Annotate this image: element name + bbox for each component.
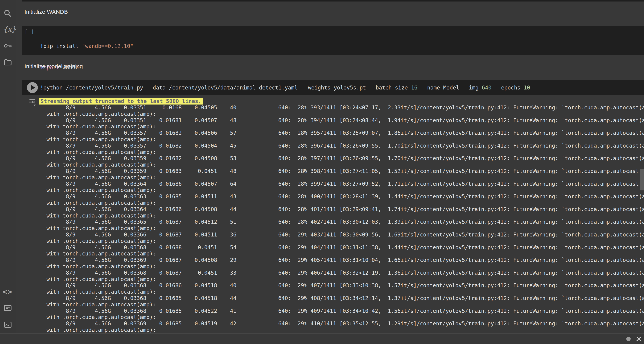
search-icon[interactable] [3,9,12,18]
secrets-key-icon[interactable] [3,41,12,50]
run-cell-button[interactable] [27,82,38,93]
output-log: 8/9 4.56G 0.03351 0.0168 0.04505 40 640:… [40,105,644,333]
output-footer-bar [0,333,644,344]
code-token: --weights yolov5s.pt --batch-size [298,85,411,91]
code-cell-wandb[interactable]: [ ] !pip install "wandb==0.12.10" import… [22,26,644,55]
status-indicator-dot [626,337,631,341]
terminal-icon[interactable] [3,320,12,329]
code-token: ! [40,43,43,49]
files-folder-icon[interactable] [3,58,12,67]
vertical-scrollbar-thumb[interactable] [640,169,644,190]
cell-run-gutter[interactable]: [ ] [24,29,34,35]
markdown-title-wandb: Initialize WANDB [24,9,68,15]
code-token: 10 [524,85,530,91]
code-line: !pip install "wandb==0.12.10" [40,43,134,50]
code-token: ! [40,85,43,91]
train-command-line[interactable]: !python /content/yolov5/train.py --data … [40,84,530,91]
previous-cell-edge [22,0,644,1]
code-token: python [43,85,66,91]
activity-sidebar: {x} <> [0,0,16,333]
markdown-title-training: Initialize model training [24,63,83,70]
variables-icon[interactable]: {x} [3,25,12,34]
code-token: --data [143,85,169,91]
close-icon[interactable] [635,336,642,342]
truncated-output-banner: Streaming output truncated to the last 5… [39,98,203,105]
code-token: 640 [482,85,492,91]
file-link[interactable]: /content/yolov5/data/animal_detect1.yaml [169,85,298,91]
code-token: 16 [411,85,418,91]
code-token: "wandb==0.12.10" [82,43,133,49]
streaming-output-icon[interactable] [28,98,37,107]
command-palette-icon[interactable] [3,303,12,312]
code-token: pip install [43,43,82,49]
code-snippets-icon[interactable]: <> [2,287,12,296]
code-token: --epochs [492,85,524,91]
file-link[interactable]: /content/yolov5/train.py [66,85,143,91]
code-token: --name Model --img [418,85,482,91]
